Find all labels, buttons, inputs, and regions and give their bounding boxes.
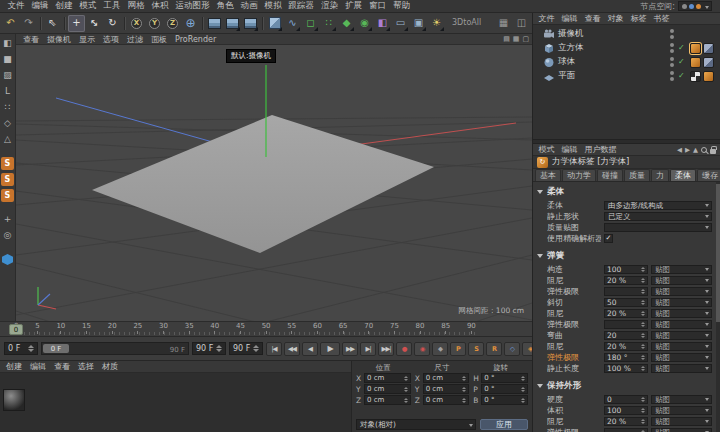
attribute-map-dropdown[interactable]: 贴图 [651, 364, 712, 373]
viewport-split-icon[interactable]: ▦ [513, 35, 520, 43]
points-mode-icon[interactable]: ∷ [1, 101, 14, 114]
attribute-value-field[interactable]: 100 % [604, 364, 648, 373]
attribute-value-field[interactable] [604, 320, 648, 329]
coordinate-field[interactable]: X 0 cm [356, 373, 411, 383]
viewport-options-icon[interactable]: ▤ [503, 35, 510, 43]
axis-edit-icon[interactable]: + [1, 213, 14, 226]
object-manager-menu-item[interactable]: 标签 [627, 13, 650, 24]
keyframe-button[interactable]: ◆ [432, 342, 448, 356]
attribute-map-dropdown[interactable]: 贴图 [651, 417, 712, 426]
field-spinner[interactable] [641, 344, 645, 349]
menu-item[interactable]: 运动图形 [172, 0, 213, 12]
add-cube-icon[interactable] [266, 15, 283, 32]
add-mograph-icon[interactable]: ∷ [320, 15, 337, 32]
add-camera-icon[interactable]: ▣ [410, 15, 427, 32]
coordinate-field[interactable]: Z 0 cm [356, 395, 411, 405]
attribute-value-field[interactable]: 100 [604, 265, 648, 274]
hexagon-plugin-icon[interactable] [1, 253, 14, 266]
viewport-menu-item[interactable]: 过滤 [123, 34, 147, 45]
material-list[interactable] [0, 373, 351, 432]
snap-settings-icon[interactable]: S [1, 173, 14, 186]
attribute-value-field[interactable] [604, 287, 648, 296]
lock-x-icon[interactable]: X [128, 15, 145, 32]
polygons-mode-icon[interactable]: △ [1, 133, 14, 146]
parameter-key-button[interactable]: ◇ [504, 342, 520, 356]
viewport-solo-icon[interactable]: ◎ [1, 229, 14, 242]
attribute-menu-item[interactable]: 用户数据 [581, 144, 620, 155]
visibility-dots[interactable] [670, 43, 674, 53]
phong-tag[interactable] [703, 57, 714, 68]
goto-end-button[interactable]: ▶▶| [378, 342, 394, 356]
field-spinner[interactable] [216, 345, 222, 352]
material-menu-item[interactable]: 选择 [74, 361, 98, 372]
field-spinner[interactable] [521, 376, 525, 381]
make-editable-icon[interactable]: ◧ [1, 37, 14, 50]
phong-tag[interactable] [703, 43, 714, 54]
viewport-menu-item[interactable]: 查看 [19, 34, 43, 45]
object-row-camera[interactable]: 摄像机 [533, 27, 720, 41]
history-back-icon[interactable]: ◀ [677, 146, 682, 154]
menu-item[interactable]: 渲染 [318, 0, 342, 12]
lock-icon[interactable] [710, 149, 716, 154]
attribute-value-field[interactable]: 180 ° [604, 353, 648, 362]
menu-item[interactable]: 体积 [148, 0, 172, 12]
coordinate-field[interactable]: X 0 cm [415, 373, 470, 383]
field-spinner[interactable] [641, 267, 645, 272]
attribute-dropdown[interactable]: 由多边形/线构成 [604, 201, 712, 210]
render-view-icon[interactable] [206, 15, 223, 32]
enabled-check[interactable] [678, 58, 686, 66]
field-spinner[interactable] [521, 387, 525, 392]
scale-key-button[interactable]: S [468, 342, 484, 356]
scale-tool-icon[interactable]: ↔ [86, 15, 103, 32]
menu-item[interactable]: 窗口 [366, 0, 390, 12]
enable-snap-icon[interactable]: S [1, 157, 14, 170]
field-spinner[interactable] [462, 398, 466, 403]
attribute-map-dropdown[interactable]: 贴图 [651, 331, 712, 340]
object-row-plane[interactable]: 平面 [533, 69, 720, 83]
viewport-menu-item[interactable]: 摄像机 [43, 34, 75, 45]
workplane-snap-icon[interactable]: S [1, 189, 14, 202]
field-spinner[interactable] [641, 311, 645, 316]
render-picture-icon[interactable] [224, 15, 241, 32]
tab-dynamics[interactable]: 动力学 [562, 169, 596, 181]
apply-button[interactable]: 应用 [480, 419, 528, 430]
section-header[interactable]: 弹簧 [533, 248, 720, 264]
field-spinner[interactable] [253, 345, 259, 352]
rotation-key-button[interactable]: R [486, 342, 502, 356]
goto-start-button[interactable]: |◀ [266, 342, 282, 356]
attribute-dropdown[interactable] [604, 223, 712, 232]
tab-softbody[interactable]: 柔体 [670, 169, 696, 181]
coordinate-field[interactable]: H 0 ° [473, 373, 528, 383]
dynamics-body-tag[interactable] [703, 71, 714, 82]
material-menu-item[interactable]: 材质 [98, 361, 122, 372]
add-floor-icon[interactable]: ▭ [392, 15, 409, 32]
attribute-map-dropdown[interactable]: 贴图 [651, 353, 712, 362]
attribute-map-dropdown[interactable]: 贴图 [651, 406, 712, 415]
play-button[interactable]: ▶ [320, 342, 340, 356]
menu-item[interactable]: 文件 [4, 0, 28, 12]
attribute-map-dropdown[interactable]: 贴图 [651, 320, 712, 329]
material-menu-item[interactable]: 查看 [50, 361, 74, 372]
add-subdivision-icon[interactable]: ◻ [302, 15, 319, 32]
object-row-sphere[interactable]: 球体 [533, 55, 720, 69]
menu-item[interactable]: 扩展 [342, 0, 366, 12]
menu-item[interactable]: 网格 [124, 0, 148, 12]
texture-tag[interactable] [690, 71, 701, 82]
autokey-button[interactable]: ◉ [414, 342, 430, 356]
field-spinner[interactable] [641, 397, 645, 402]
attribute-value-field[interactable] [604, 428, 648, 432]
enabled-check[interactable] [678, 44, 686, 52]
field-spinner[interactable] [404, 398, 408, 403]
texture-mode-icon[interactable]: ▨ [1, 69, 14, 82]
object-manager-menu-item[interactable]: 查看 [581, 13, 604, 24]
field-spinner[interactable] [641, 366, 645, 371]
viewport-maximize-icon[interactable]: ▢ [522, 35, 529, 43]
object-row-cube[interactable]: 立方体 [533, 41, 720, 55]
prev-key-button[interactable]: ◀◀ [284, 342, 300, 356]
field-spinner[interactable] [641, 355, 645, 360]
add-light-icon[interactable]: ☀ [428, 15, 445, 32]
menu-item[interactable]: 编辑 [28, 0, 52, 12]
redo-icon[interactable]: ↷ [20, 15, 37, 32]
coordinate-field[interactable]: Y 0 cm [415, 384, 470, 394]
render-settings-icon[interactable] [242, 15, 259, 32]
